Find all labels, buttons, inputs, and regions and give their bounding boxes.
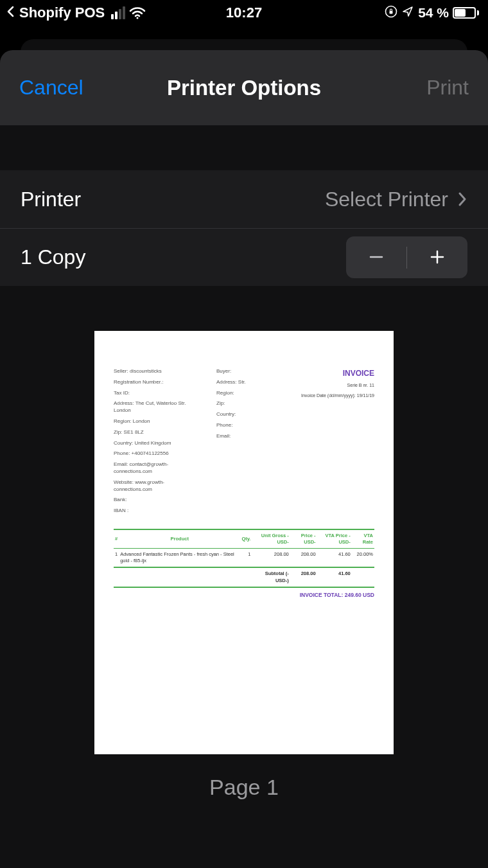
th-prod: Product: [119, 529, 240, 549]
td-prod: Advanced Fantastic Frozen Pants - fresh …: [119, 549, 240, 568]
td-qty: 1: [240, 549, 252, 568]
printer-label: Printer: [21, 188, 81, 211]
print-preview: Seller: discountsticks Registration Numb…: [0, 286, 488, 845]
td-num: 1: [114, 549, 119, 568]
th-vtap: VTA Price -USD-: [317, 529, 352, 549]
back-to-app-chevron-icon[interactable]: [6, 4, 15, 21]
invoice-header-block: INVOICE Serie B nr. 11 Invoice Date (dd/…: [287, 368, 374, 515]
td-ug: 208.00: [252, 549, 290, 568]
invoice-line-items: # Product Qty. Unit Gross -USD- Price -U…: [114, 529, 374, 588]
cancel-button[interactable]: Cancel: [19, 76, 83, 100]
printer-row[interactable]: Printer Select Printer: [0, 170, 488, 228]
th-vtar: VTA Rate: [352, 529, 374, 549]
subtotal-price: 208.00: [290, 567, 317, 587]
preview-page-1[interactable]: Seller: discountsticks Registration Numb…: [94, 331, 394, 754]
minus-icon: [367, 243, 385, 272]
seller-line: Country: United Kingdom: [114, 440, 197, 447]
th-qty: Qty.: [240, 529, 252, 549]
buyer-line: Zip:: [216, 400, 268, 407]
seller-line: Address: The Cut, Waterloo Str. London: [114, 400, 197, 414]
table-row: 1 Advanced Fantastic Frozen Pants - fres…: [114, 549, 374, 568]
page-title: Printer Options: [167, 76, 321, 100]
battery-percent: 54 %: [418, 5, 449, 21]
chevron-right-icon: [457, 191, 467, 208]
subtotal-label: Subtotal (-USD-): [252, 567, 290, 587]
battery-icon: [453, 7, 479, 19]
invoice-buyer-block: Buyer: Address: Str. Region: Zip: Countr…: [216, 368, 268, 515]
seller-line: IBAN :: [114, 508, 197, 515]
buyer-line: Email:: [216, 433, 268, 440]
cellular-signal-icon: [111, 6, 125, 19]
copies-stepper: [346, 236, 467, 278]
th-ug: Unit Gross -USD-: [252, 529, 290, 549]
copies-label: 1 Copy: [21, 245, 85, 269]
th-num: #: [114, 529, 119, 549]
invoice-serie: Serie B nr. 11: [287, 382, 374, 388]
seller-line: Bank:: [114, 497, 197, 504]
increment-button[interactable]: [407, 236, 467, 278]
subtotal-vtap: 41.60: [317, 567, 352, 587]
seller-line: Phone: +400741122556: [114, 450, 197, 457]
decrement-button[interactable]: [346, 236, 406, 278]
location-icon: [401, 5, 414, 21]
printer-options-sheet: Cancel Printer Options Print Printer Sel…: [0, 50, 488, 868]
wifi-icon: [129, 6, 146, 19]
svg-rect-2: [390, 11, 393, 14]
nav-bar: Cancel Printer Options Print: [0, 50, 488, 125]
seller-line: Tax ID:: [114, 390, 197, 397]
printer-value: Select Printer: [325, 188, 448, 211]
td-vtar: 20.00%: [352, 549, 374, 568]
svg-point-0: [137, 17, 139, 19]
status-bar: Shopify POS 10:27 54 %: [0, 0, 488, 26]
section-spacer: [0, 125, 488, 170]
subtotal-row: Subtotal (-USD-) 208.00 41.60: [114, 567, 374, 587]
plus-icon: [428, 243, 446, 272]
invoice-title: INVOICE: [287, 368, 374, 378]
copies-row: 1 Copy: [0, 228, 488, 286]
invoice-seller-block: Seller: discountsticks Registration Numb…: [114, 368, 197, 515]
td-vtap: 41.60: [317, 549, 352, 568]
buyer-line: Phone:: [216, 422, 268, 429]
invoice-date: Invoice Date (dd/mm/yyyy): 19/11/19: [287, 393, 374, 398]
td-price: 208.00: [290, 549, 317, 568]
seller-line: Region: London: [114, 418, 197, 425]
seller-line: Zip: SE1 8LZ: [114, 429, 197, 436]
buyer-line: Address: Str.: [216, 379, 268, 386]
invoice-total: INVOICE TOTAL: 249.60 USD: [114, 588, 374, 599]
seller-line: Website: www.growth-connections.com: [114, 479, 197, 493]
print-button[interactable]: Print: [426, 76, 469, 100]
seller-line: Registration Number.:: [114, 379, 197, 386]
orientation-lock-icon: [385, 5, 397, 21]
buyer-line: Region:: [216, 390, 268, 397]
back-to-app-label[interactable]: Shopify POS: [19, 4, 105, 21]
seller-line: Seller: discountsticks: [114, 368, 197, 375]
th-price: Price -USD-: [290, 529, 317, 549]
clock: 10:27: [226, 4, 262, 21]
buyer-line: Buyer:: [216, 368, 268, 375]
buyer-line: Country:: [216, 411, 268, 418]
page-number-label: Page 1: [209, 775, 279, 800]
seller-line: Email: contact@growth-connections.com: [114, 461, 197, 475]
